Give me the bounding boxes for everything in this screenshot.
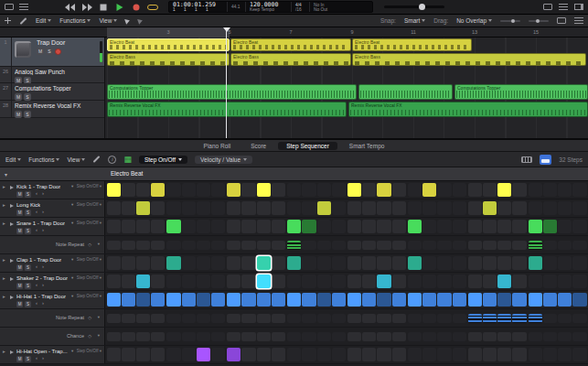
step-cell[interactable] xyxy=(468,241,482,250)
step-cell[interactable] xyxy=(483,201,497,215)
step-cell[interactable] xyxy=(272,201,285,215)
step-cell[interactable] xyxy=(362,348,376,361)
mute-button[interactable]: M xyxy=(16,228,23,234)
step-cell[interactable] xyxy=(257,183,271,197)
step-cell[interactable] xyxy=(272,314,285,323)
step-cell[interactable] xyxy=(272,183,285,197)
step-cell[interactable] xyxy=(347,274,361,288)
rotate-left-icon[interactable]: ‹ xyxy=(36,190,37,196)
playhead-handle[interactable] xyxy=(223,27,230,32)
step-cell[interactable] xyxy=(151,241,165,250)
step-cell[interactable] xyxy=(422,293,436,307)
step-cell[interactable] xyxy=(317,293,331,307)
view-menu[interactable]: View xyxy=(99,17,117,24)
pencil-icon[interactable] xyxy=(93,156,101,163)
step-cell[interactable] xyxy=(453,348,466,361)
step-cell[interactable] xyxy=(122,256,135,270)
step-cell[interactable] xyxy=(166,183,180,197)
step-cell[interactable] xyxy=(572,293,586,307)
master-volume-slider[interactable] xyxy=(384,5,444,8)
functions-menu[interactable]: Functions xyxy=(59,17,91,24)
step-cell[interactable] xyxy=(317,256,331,270)
rotate-right-icon[interactable]: › xyxy=(42,190,44,196)
step-cell[interactable] xyxy=(182,274,196,288)
step-cell[interactable] xyxy=(408,314,422,323)
step-cell[interactable] xyxy=(408,201,422,215)
editor-edit-menu[interactable]: Edit xyxy=(5,156,21,163)
step-cell[interactable] xyxy=(317,314,331,323)
rotate-right-icon[interactable]: › xyxy=(42,282,44,287)
step-cell[interactable] xyxy=(151,293,165,307)
step-cell[interactable] xyxy=(317,183,331,197)
step-cell[interactable] xyxy=(182,332,196,341)
step-cell[interactable] xyxy=(512,256,526,270)
step-cell[interactable] xyxy=(287,256,301,270)
region[interactable]: Remix Reverse Vocal FX xyxy=(107,102,347,117)
play-button[interactable] xyxy=(112,2,126,13)
pencil-icon[interactable] xyxy=(20,17,27,25)
step-cell[interactable] xyxy=(347,201,361,215)
step-cell[interactable] xyxy=(497,274,511,288)
step-cell[interactable] xyxy=(122,220,135,233)
step-cell[interactable] xyxy=(136,274,150,288)
row-play-icon[interactable] xyxy=(10,204,14,208)
solo-button[interactable]: S xyxy=(25,301,31,307)
step-cell[interactable] xyxy=(211,274,225,288)
rotate-right-icon[interactable]: › xyxy=(42,264,44,269)
step-cell[interactable] xyxy=(151,220,165,233)
step-cell[interactable] xyxy=(182,220,196,233)
step-cell[interactable] xyxy=(136,201,150,215)
step-cell[interactable] xyxy=(422,314,436,323)
step-cell[interactable] xyxy=(136,220,150,233)
step-cell[interactable] xyxy=(197,314,210,323)
step-cell[interactable] xyxy=(408,183,422,197)
row-header[interactable]: ▸Hi-Hat Open - Trap...▾Step On/Off ▾MS‹› xyxy=(0,346,105,363)
step-cell[interactable] xyxy=(572,274,586,288)
step-cell[interactable] xyxy=(408,256,422,270)
step-cell[interactable] xyxy=(257,220,271,233)
slider-knob[interactable] xyxy=(511,19,515,23)
step-cell[interactable] xyxy=(543,274,557,288)
step-cell[interactable] xyxy=(197,293,210,307)
step-cell[interactable] xyxy=(332,201,346,215)
step-cell[interactable] xyxy=(287,348,301,361)
region[interactable]: Electro Bass xyxy=(352,53,586,66)
step-cell[interactable] xyxy=(332,332,346,341)
mute-button[interactable]: M xyxy=(16,301,23,307)
step-cell[interactable] xyxy=(317,241,331,250)
solo-button[interactable]: S xyxy=(25,283,31,289)
cycle-button[interactable] xyxy=(145,2,159,13)
step-cell[interactable] xyxy=(182,348,196,361)
step-cell[interactable] xyxy=(166,201,180,215)
solo-button[interactable]: S xyxy=(25,191,31,198)
step-cell[interactable] xyxy=(377,256,390,270)
step-cell[interactable] xyxy=(347,183,361,197)
step-cell[interactable] xyxy=(136,332,150,341)
step-cell[interactable] xyxy=(468,183,482,197)
step-cell[interactable] xyxy=(272,220,285,233)
step-cell[interactable] xyxy=(227,201,241,215)
step-cell[interactable] xyxy=(408,293,422,307)
step-cell[interactable] xyxy=(122,332,135,341)
step-cell[interactable] xyxy=(122,201,135,215)
row-header[interactable]: Chance◇▾ xyxy=(0,328,105,345)
step-cell[interactable] xyxy=(543,314,557,323)
step-cell[interactable] xyxy=(392,201,406,215)
region[interactable]: Electro Beat xyxy=(352,38,472,51)
solo-button[interactable]: S xyxy=(24,93,31,101)
step-cell[interactable] xyxy=(437,256,451,270)
horizontal-zoom-slider[interactable] xyxy=(529,20,549,22)
step-cell[interactable] xyxy=(529,348,542,361)
rotate-left-icon[interactable]: ‹ xyxy=(36,264,37,269)
step-cell[interactable] xyxy=(257,348,271,361)
step-cell[interactable] xyxy=(257,256,271,270)
step-cell[interactable] xyxy=(377,201,390,215)
step-cell[interactable] xyxy=(483,293,497,307)
rotate-right-icon[interactable]: › xyxy=(42,355,44,361)
step-cell[interactable] xyxy=(302,274,315,288)
step-cell[interactable] xyxy=(512,201,526,215)
step-cell[interactable] xyxy=(241,256,255,270)
step-cell[interactable] xyxy=(422,241,436,250)
quick-help-icon[interactable] xyxy=(5,4,14,10)
step-cell[interactable] xyxy=(529,293,542,307)
